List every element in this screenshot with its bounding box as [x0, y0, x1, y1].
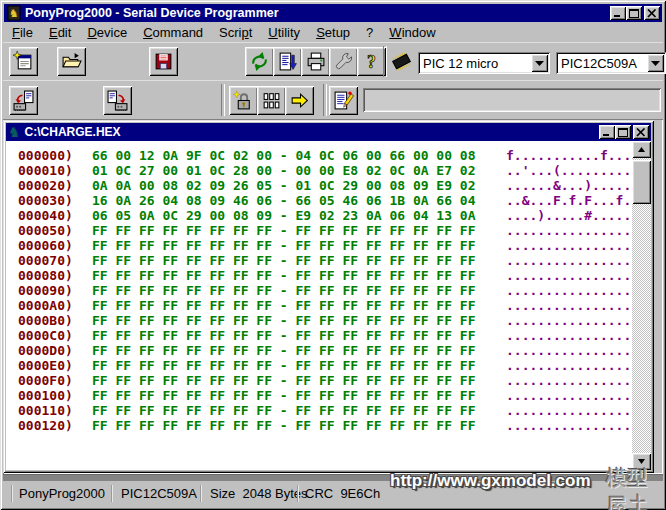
- scroll-up-button[interactable]: [632, 141, 651, 158]
- hex-bytes: FF FF FF FF FF FF FF FF - FF FF FF FF FF…: [92, 418, 490, 433]
- menu-item-edit[interactable]: Edit: [41, 23, 79, 42]
- hex-address: 000110): [18, 403, 82, 418]
- hex-row[interactable]: 000050)FF FF FF FF FF FF FF FF - FF FF F…: [18, 223, 632, 238]
- maximize-button[interactable]: [626, 6, 642, 20]
- open-program-file-button[interactable]: [273, 47, 302, 76]
- status-separator: [111, 485, 112, 502]
- hex-row[interactable]: 000010)01 0C 27 00 01 0C 28 00 - 00 00 E…: [18, 163, 632, 178]
- hex-row[interactable]: 000080)FF FF FF FF FF FF FF FF - FF FF F…: [18, 268, 632, 283]
- hex-address: 000020): [18, 178, 82, 193]
- hex-ascii: ................: [506, 313, 631, 328]
- hex-row[interactable]: 0000C0)FF FF FF FF FF FF FF FF - FF FF F…: [18, 328, 632, 343]
- minimize-icon: [602, 128, 612, 137]
- menu-item-file[interactable]: File: [4, 23, 41, 42]
- window-title: PonyProg2000 - Serial Device Programmer: [25, 6, 610, 20]
- hex-row[interactable]: 0000D0)FF FF FF FF FF FF FF FF - FF FF F…: [18, 343, 632, 358]
- hex-row[interactable]: 000090)FF FF FF FF FF FF FF FF - FF FF F…: [18, 283, 632, 298]
- device-family-select[interactable]: PIC 12 micro: [418, 52, 550, 74]
- menu-item-command[interactable]: Command: [135, 23, 211, 42]
- menu-item-utility[interactable]: Utility: [260, 23, 308, 42]
- hex-row[interactable]: 000030)16 0A 26 04 08 09 46 06 - 66 05 4…: [18, 193, 632, 208]
- reload-button[interactable]: [245, 47, 274, 76]
- document-minimize-button[interactable]: [599, 125, 615, 139]
- close-button[interactable]: [644, 6, 660, 20]
- write-device-button[interactable]: [103, 86, 132, 115]
- save-file-button[interactable]: [149, 47, 178, 76]
- hex-row[interactable]: 000110)FF FF FF FF FF FF FF FF - FF FF F…: [18, 403, 632, 418]
- hex-ascii: ................: [506, 418, 631, 433]
- document-title-bar: ♞ C:\CHARGE.HEX: [6, 123, 651, 141]
- hex-row[interactable]: 000100)FF FF FF FF FF FF FF FF - FF FF F…: [18, 388, 632, 403]
- hex-row[interactable]: 000000)66 00 12 0A 9F 0C 02 00 - 04 0C 0…: [18, 148, 632, 163]
- document-icon: ♞: [8, 125, 21, 139]
- print-icon: [305, 51, 326, 72]
- print-button[interactable]: [301, 47, 330, 76]
- hex-bytes: FF FF FF FF FF FF FF FF - FF FF FF FF FF…: [92, 298, 490, 313]
- title-bar: ♞ PonyProg2000 - Serial Device Programme…: [4, 4, 662, 22]
- hex-bytes: 16 0A 26 04 08 09 46 06 - 66 05 46 06 1B…: [92, 193, 490, 208]
- hex-address: 000050): [18, 223, 82, 238]
- config-word-button[interactable]: [257, 86, 286, 115]
- document-close-button[interactable]: [633, 125, 649, 139]
- security-bits-button[interactable]: [229, 86, 258, 115]
- chevron-down-icon[interactable]: [647, 54, 664, 72]
- hex-bytes: FF FF FF FF FF FF FF FF - FF FF FF FF FF…: [92, 313, 490, 328]
- watermark-cn2: 土: [629, 491, 648, 510]
- menu-item-setup[interactable]: Setup: [308, 23, 358, 42]
- hex-row[interactable]: 0000F0)FF FF FF FF FF FF FF FF - FF FF F…: [18, 373, 632, 388]
- hex-bytes: FF FF FF FF FF FF FF FF - FF FF FF FF FF…: [92, 283, 490, 298]
- help-button[interactable]: ?: [357, 47, 386, 76]
- hex-ascii: ................: [506, 328, 631, 343]
- hex-bytes: FF FF FF FF FF FF FF FF - FF FF FF FF FF…: [92, 358, 490, 373]
- menu-item-help[interactable]: ?: [358, 23, 381, 42]
- menu-bar: FileEditDeviceCommandScriptUtilitySetup?…: [4, 23, 662, 42]
- new-window-button[interactable]: [9, 47, 38, 76]
- app-window: ♞ PonyProg2000 - Serial Device Programme…: [0, 0, 666, 510]
- hex-address: 000070): [18, 253, 82, 268]
- hex-address: 000060): [18, 238, 82, 253]
- status-device: PIC12C509A: [121, 486, 197, 501]
- open-file-button[interactable]: [57, 47, 86, 76]
- save-file-icon: [153, 51, 174, 72]
- hex-bytes: FF FF FF FF FF FF FF FF - FF FF FF FF FF…: [92, 268, 490, 283]
- status-crc: CRC 9E6Ch: [305, 486, 380, 501]
- device-type-value: PIC12C509A: [561, 56, 637, 71]
- hex-row[interactable]: 000020)0A 0A 00 08 02 09 26 05 - 01 0C 2…: [18, 178, 632, 193]
- document-maximize-button[interactable]: [615, 125, 631, 139]
- menu-item-script[interactable]: Script: [211, 23, 260, 42]
- device-type-select[interactable]: PIC12C509A: [556, 52, 666, 74]
- hex-editor-window: ♞ C:\CHARGE.HEX 000000)66 00 12 0A 9F 0C…: [3, 120, 654, 473]
- hex-address: 000100): [18, 388, 82, 403]
- hex-row[interactable]: 0000A0)FF FF FF FF FF FF FF FF - FF FF F…: [18, 298, 632, 313]
- hex-address: 0000E0): [18, 358, 82, 373]
- run-script-button[interactable]: [285, 86, 314, 115]
- setup-button[interactable]: [329, 47, 358, 76]
- chevron-down-icon[interactable]: [531, 54, 548, 72]
- hex-row[interactable]: 000120)FF FF FF FF FF FF FF FF - FF FF F…: [18, 418, 632, 433]
- scroll-thumb[interactable]: [632, 160, 651, 204]
- hex-row[interactable]: 0000B0)FF FF FF FF FF FF FF FF - FF FF F…: [18, 313, 632, 328]
- read-device-button[interactable]: [9, 86, 38, 115]
- hex-dump[interactable]: 000000)66 00 12 0A 9F 0C 02 00 - 04 0C 0…: [6, 141, 632, 470]
- menu-item-device[interactable]: Device: [79, 23, 135, 42]
- hex-row[interactable]: 000040)06 05 0A 0C 29 00 08 09 - E9 02 2…: [18, 208, 632, 223]
- hex-bytes: FF FF FF FF FF FF FF FF - FF FF FF FF FF…: [92, 223, 490, 238]
- notes-field[interactable]: [363, 88, 661, 112]
- hex-ascii: ................: [506, 388, 631, 403]
- edit-notes-button[interactable]: [329, 86, 358, 115]
- security-bits-icon: [233, 90, 254, 111]
- toolbar-separator: [221, 84, 225, 116]
- hex-ascii: ......&...).....: [506, 178, 631, 193]
- toolbar-separator: [383, 46, 387, 77]
- watermark-url: http://www.gxmodel.com: [390, 471, 591, 491]
- hex-address: 000040): [18, 208, 82, 223]
- hex-row[interactable]: 000070)FF FF FF FF FF FF FF FF - FF FF F…: [18, 253, 632, 268]
- run-script-icon: [289, 90, 310, 111]
- hex-ascii: ................: [506, 403, 631, 418]
- help-icon: ?: [361, 51, 382, 72]
- menu-item-window[interactable]: Window: [381, 23, 443, 42]
- hex-ascii: ................: [506, 268, 631, 283]
- hex-row[interactable]: 0000E0)FF FF FF FF FF FF FF FF - FF FF F…: [18, 358, 632, 373]
- hex-row[interactable]: 000060)FF FF FF FF FF FF FF FF - FF FF F…: [18, 238, 632, 253]
- minimize-button[interactable]: [610, 6, 626, 20]
